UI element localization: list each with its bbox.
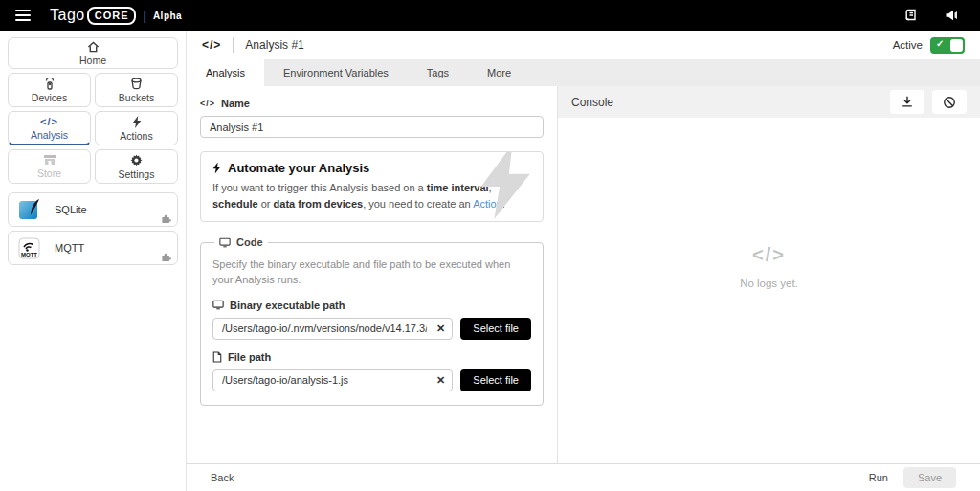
sidebar-item-analysis[interactable]: </> Analysis bbox=[8, 111, 91, 145]
mqtt-logo-icon: MQTT bbox=[18, 236, 41, 259]
sidebar-item-actions[interactable]: Actions bbox=[95, 111, 178, 145]
clear-binary-path-button[interactable]: ✕ bbox=[436, 322, 445, 336]
main-area: </> Analysis #1 Active ✓ Analysis Enviro… bbox=[187, 31, 980, 491]
terminal-icon bbox=[219, 237, 231, 248]
file-path-input-wrap: ✕ bbox=[212, 369, 453, 391]
name-input[interactable] bbox=[200, 116, 544, 138]
select-file-button[interactable]: Select file bbox=[460, 369, 531, 391]
clear-file-path-button[interactable]: ✕ bbox=[436, 373, 445, 388]
gear-icon bbox=[130, 154, 143, 167]
announcement-megaphone-icon[interactable] bbox=[944, 8, 959, 23]
binary-path-input-wrap: ✕ bbox=[212, 318, 453, 340]
automate-title: Automate your Analysis bbox=[228, 161, 369, 175]
plugin-puzzle-icon bbox=[161, 252, 171, 261]
tab-environment-variables[interactable]: Environment Variables bbox=[264, 59, 408, 86]
lightning-bolt-icon bbox=[132, 116, 142, 128]
sidebar-item-label: Settings bbox=[119, 168, 155, 180]
active-toggle-group: Active ✓ bbox=[893, 37, 965, 54]
binary-path-label-text: Binary executable path bbox=[230, 300, 345, 311]
code-section: Code Specify the binary executable and f… bbox=[200, 236, 544, 406]
bucket-icon bbox=[130, 78, 143, 90]
logo-tago-text: Tago bbox=[50, 7, 85, 24]
analysis-form: </> Name bbox=[187, 86, 558, 463]
plugin-item-sqlite[interactable]: SQLite bbox=[8, 192, 178, 227]
automate-description: If you want to trigger this Analysis bas… bbox=[212, 180, 509, 212]
lightning-bolt-icon bbox=[212, 162, 221, 174]
page-header: </> Analysis #1 Active ✓ bbox=[187, 31, 980, 59]
active-label: Active bbox=[893, 39, 923, 51]
active-toggle[interactable]: ✓ bbox=[930, 37, 965, 54]
console-title: Console bbox=[571, 96, 613, 109]
home-icon bbox=[87, 41, 100, 53]
download-logs-button[interactable] bbox=[890, 90, 924, 114]
automate-callout: Automate your Analysis If you want to tr… bbox=[200, 151, 544, 222]
tab-bar: Analysis Environment Variables Tags More bbox=[187, 59, 980, 86]
sidebar-item-settings[interactable]: Settings bbox=[95, 149, 178, 184]
clear-logs-button[interactable] bbox=[932, 90, 967, 114]
toggle-knob bbox=[950, 39, 963, 52]
ban-icon bbox=[943, 96, 956, 109]
save-button[interactable]: Save bbox=[903, 467, 956, 488]
tab-more[interactable]: More bbox=[468, 59, 530, 86]
tab-tags[interactable]: Tags bbox=[408, 59, 468, 86]
automate-text-segment: , you need to create an bbox=[363, 198, 473, 210]
automate-bold-data-from-devices: data from devices bbox=[274, 198, 364, 210]
big-lightning-bolt-icon bbox=[476, 151, 535, 219]
header-divider bbox=[233, 37, 234, 53]
name-field-label: </> Name bbox=[200, 98, 544, 109]
code-icon: </> bbox=[558, 244, 980, 266]
binary-path-input[interactable] bbox=[212, 318, 453, 340]
automate-text-segment: or bbox=[258, 198, 274, 210]
code-icon: </> bbox=[200, 99, 215, 108]
content-area: </> Name bbox=[187, 86, 980, 463]
sidebar-item-label: Home bbox=[79, 55, 106, 66]
sidebar-item-store[interactable]: Store bbox=[8, 149, 91, 184]
monitor-icon bbox=[212, 300, 224, 310]
console-actions bbox=[890, 90, 967, 114]
sidebar-item-buckets[interactable]: Buckets bbox=[95, 73, 178, 107]
automate-text-segment: If you want to trigger this Analysis bas… bbox=[212, 182, 427, 193]
topbar-actions bbox=[903, 8, 965, 23]
select-binary-file-button[interactable]: Select file bbox=[460, 318, 531, 340]
plugin-label: MQTT bbox=[55, 242, 84, 254]
analysis-code-icon: </> bbox=[202, 38, 221, 52]
logo-separator: | bbox=[143, 9, 145, 23]
back-button[interactable]: Back bbox=[211, 472, 234, 483]
code-icon: </> bbox=[40, 116, 58, 127]
sidebar-item-home[interactable]: Home bbox=[8, 37, 178, 69]
sidebar: Home Devices bbox=[0, 31, 187, 491]
sidebar-item-label: Store bbox=[37, 167, 61, 179]
tab-analysis[interactable]: Analysis bbox=[187, 59, 264, 86]
console-empty-state: </> No logs yet. bbox=[558, 244, 980, 289]
hamburger-menu-icon[interactable] bbox=[15, 10, 31, 21]
no-logs-text: No logs yet. bbox=[558, 278, 980, 289]
storefront-icon bbox=[43, 154, 56, 166]
sidebar-item-label: Devices bbox=[32, 92, 67, 103]
plugin-item-mqtt[interactable]: MQTT MQTT bbox=[8, 231, 178, 265]
plugin-label: SQLite bbox=[55, 204, 87, 215]
sidebar-grid: Devices Buckets </> Analysis bbox=[8, 73, 178, 184]
sidebar-item-label: Analysis bbox=[31, 129, 68, 141]
page-title: Analysis #1 bbox=[245, 38, 303, 52]
check-icon: ✓ bbox=[936, 38, 944, 49]
run-button[interactable]: Run bbox=[869, 472, 888, 483]
plugin-puzzle-icon bbox=[161, 213, 171, 223]
svg-text:MQTT: MQTT bbox=[21, 252, 37, 257]
sidebar-item-label: Buckets bbox=[119, 92, 154, 103]
binary-path-label: Binary executable path bbox=[212, 300, 531, 311]
sidebar-item-devices[interactable]: Devices bbox=[8, 73, 91, 107]
file-path-label-text: File path bbox=[228, 351, 271, 363]
console-header: Console bbox=[558, 86, 980, 118]
footer-actions: Run Save bbox=[869, 467, 956, 488]
file-path-row: ✕ Select file bbox=[212, 369, 531, 391]
code-legend-text: Code bbox=[236, 236, 263, 248]
topbar: Tago CORE | Alpha bbox=[0, 0, 980, 31]
download-icon bbox=[901, 96, 914, 108]
tagocore-logo: Tago CORE | Alpha bbox=[50, 7, 182, 25]
sidebar-item-label: Actions bbox=[120, 130, 152, 142]
file-path-label: File path bbox=[212, 351, 531, 363]
file-path-input[interactable] bbox=[212, 369, 453, 391]
logs-scroll-icon[interactable] bbox=[903, 8, 919, 23]
footer-bar: Back Run Save bbox=[187, 463, 980, 491]
logo-core-badge: CORE bbox=[87, 7, 137, 25]
